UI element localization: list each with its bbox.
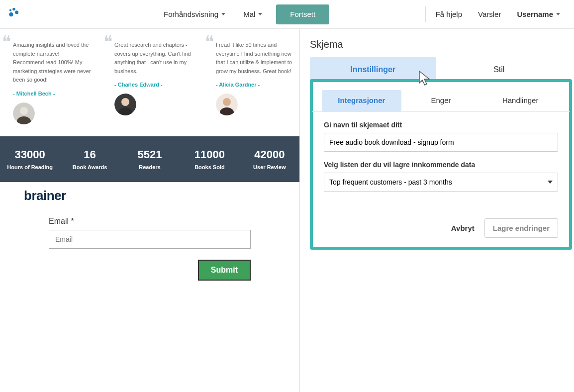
svg-point-0 bbox=[9, 9, 11, 11]
quote-icon: ❝ bbox=[2, 38, 11, 46]
help-link[interactable]: Få hjelp bbox=[428, 0, 470, 29]
stats-bar: 33000Hours of Reading 16Book Awards 5521… bbox=[0, 136, 299, 182]
stat-item: 11000Books Sold bbox=[180, 148, 239, 170]
stat-label: Hours of Reading bbox=[0, 164, 60, 170]
email-input[interactable] bbox=[49, 230, 251, 249]
list-select[interactable]: Top frequent customers - past 3 months bbox=[324, 173, 558, 192]
testimonial-text: Amazing insights and loved the complete … bbox=[5, 41, 92, 85]
testimonial-item: ❝ I read it like 50 times and everytime … bbox=[208, 41, 294, 124]
sub-tabs: Integrasjoner Enger Handlinger bbox=[312, 81, 570, 112]
svg-point-5 bbox=[20, 107, 28, 115]
form-name-input[interactable] bbox=[324, 133, 558, 152]
svg-point-3 bbox=[9, 12, 13, 16]
testimonial-author: - Mitchell Bech - bbox=[13, 90, 92, 98]
center-nav: Forhåndsvisning Mal Fortsett bbox=[155, 0, 334, 29]
cancel-button[interactable]: Avbryt bbox=[451, 224, 475, 232]
logo-dots-icon bbox=[7, 7, 21, 21]
form-name-label: Gi navn til skjemaet ditt bbox=[324, 121, 558, 129]
svg-point-1 bbox=[12, 7, 15, 10]
stat-label: Books Sold bbox=[180, 164, 239, 170]
avatar bbox=[114, 94, 136, 115]
nav-divider bbox=[425, 6, 426, 22]
list-select-value: Top frequent customers - past 3 months bbox=[329, 178, 452, 186]
testimonial-text: Great research and chapters - covers up … bbox=[106, 41, 193, 76]
continue-button[interactable]: Fortsett bbox=[276, 4, 329, 24]
stat-item: 16Book Awards bbox=[60, 148, 119, 170]
chevron-down-icon bbox=[258, 13, 262, 15]
subtab-integrations[interactable]: Integrasjoner bbox=[322, 90, 401, 111]
chevron-down-icon bbox=[221, 13, 225, 15]
email-field-label: Email * bbox=[49, 217, 251, 226]
submit-button[interactable]: Submit bbox=[198, 260, 251, 281]
template-dropdown[interactable]: Mal bbox=[234, 0, 271, 29]
cursor-pointer-icon bbox=[416, 69, 436, 89]
testimonial-author: - Alicia Gardner - bbox=[216, 81, 294, 90]
alerts-link[interactable]: Varsler bbox=[470, 0, 509, 29]
chevron-down-icon bbox=[548, 181, 553, 184]
quote-icon: ❝ bbox=[103, 38, 112, 46]
list-select-label: Velg listen der du vil lagre innkommende… bbox=[324, 161, 558, 169]
subtab-fields[interactable]: Enger bbox=[401, 90, 481, 111]
stat-item: 5521Readers bbox=[120, 148, 180, 170]
top-navbar: mainbrainer Forhåndsvisning Mal Fortsett… bbox=[0, 0, 574, 29]
settings-card: Integrasjoner Enger Handlinger Gi navn t… bbox=[310, 79, 572, 250]
preview-pane: ❝ Amazing insights and loved the complet… bbox=[0, 29, 300, 392]
stat-label: Book Awards bbox=[60, 164, 119, 170]
username-label: Username bbox=[517, 10, 553, 18]
testimonial-item: ❝ Great research and chapters - covers u… bbox=[106, 41, 193, 124]
panel-title: Skjema bbox=[310, 39, 574, 50]
preview-label: Forhåndsvisning bbox=[164, 10, 218, 18]
stat-value: 11000 bbox=[180, 148, 239, 161]
svg-point-11 bbox=[223, 98, 231, 106]
save-button[interactable]: Lagre endringer bbox=[484, 218, 558, 238]
testimonial-text: I read it like 50 times and everytime I … bbox=[208, 41, 294, 76]
stat-value: 5521 bbox=[120, 148, 180, 161]
main-tabs: Innstillinger Stil bbox=[310, 57, 574, 82]
stat-item: 33000Hours of Reading bbox=[0, 148, 60, 170]
stat-value: 16 bbox=[60, 148, 119, 161]
subtab-actions[interactable]: Handlinger bbox=[480, 90, 560, 111]
user-menu[interactable]: Username bbox=[509, 0, 568, 29]
stat-value: 33000 bbox=[0, 148, 60, 161]
testimonials-row: ❝ Amazing insights and loved the complet… bbox=[0, 29, 299, 136]
preview-dropdown[interactable]: Forhåndsvisning bbox=[155, 0, 234, 29]
form-preview: Email * Submit bbox=[0, 182, 299, 281]
template-label: Mal bbox=[243, 10, 255, 18]
stat-label: User Review bbox=[240, 164, 299, 170]
quote-icon: ❝ bbox=[205, 38, 214, 46]
chevron-down-icon bbox=[556, 13, 560, 15]
stat-label: Readers bbox=[120, 164, 180, 170]
tab-style[interactable]: Stil bbox=[436, 57, 563, 82]
stat-value: 42000 bbox=[240, 148, 299, 161]
svg-point-2 bbox=[15, 10, 18, 14]
settings-pane: Skjema Innstillinger Stil Integrasjoner … bbox=[300, 29, 574, 392]
avatar bbox=[216, 94, 238, 115]
testimonial-item: ❝ Amazing insights and loved the complet… bbox=[5, 41, 92, 124]
svg-point-8 bbox=[121, 98, 129, 106]
testimonial-author: - Charles Edward - bbox=[114, 81, 193, 90]
stat-item: 42000User Review bbox=[240, 148, 299, 170]
right-nav: Få hjelp Varsler Username bbox=[423, 0, 568, 29]
avatar bbox=[13, 102, 35, 124]
